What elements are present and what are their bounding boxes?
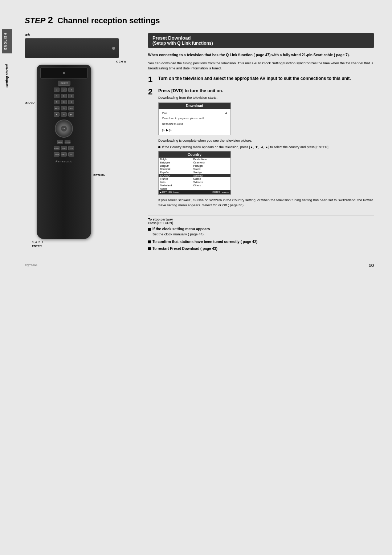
country-cell: Deutschland	[192, 158, 230, 161]
remote-screen-dot	[63, 72, 65, 74]
country-cell	[192, 187, 230, 190]
remote-btn-pause: ⏸	[61, 112, 67, 117]
country-cell: ΕΛΛΑΔΑ	[159, 174, 192, 177]
switzerland-info-text: If you select Schweiz , Suisse or Svizze…	[158, 198, 374, 208]
country-cell: Belgique	[159, 161, 192, 164]
pos-label: Pos	[162, 111, 167, 116]
device-illustration	[25, 38, 119, 58]
country-box-header: Country	[159, 151, 230, 158]
remote-btn-menu: MENU	[57, 140, 63, 144]
remote-btn-row-4: 7 8 9	[54, 100, 74, 104]
step-2-item: 2 Press [DVD] to turn the unit on. Downl…	[148, 88, 374, 211]
country-cell: España	[159, 171, 192, 174]
return-label: RETURN	[93, 174, 105, 177]
bullet-restart-text: To restart Preset Download ( page 43)	[152, 247, 217, 251]
download-icon-row: ▷ ▶ ▷	[162, 127, 227, 133]
step-2-number: 2	[148, 88, 155, 211]
bullet-clock-heading: If the clock setting menu appears	[148, 227, 374, 231]
country-cell: Danmark	[159, 167, 192, 171]
country-cell: Österreich	[192, 161, 230, 164]
remote-btn-cancel: CANCEL	[54, 106, 60, 110]
country-cell: Sverige	[192, 171, 230, 174]
page-wrapper: ENGLISH Getting started STEP 2 Channel r…	[0, 0, 392, 555]
page-number: 10	[369, 263, 374, 268]
step-2-sub: Downloading from the television starts.	[158, 95, 374, 100]
country-cell: Belgium	[159, 164, 192, 167]
country-footer-left: ■ RETURN: leave	[160, 191, 179, 194]
step-title-text: Channel reception settings	[57, 16, 160, 25]
to-stop-text: Press [RETURN].	[148, 221, 374, 225]
remote-nav-center: OK	[61, 126, 67, 131]
bullet-clock-square	[148, 228, 151, 231]
remote-btn-eps: EPS	[68, 146, 74, 150]
remote-btn-8: 8	[61, 100, 67, 104]
remote-btn-2: 2	[61, 88, 67, 92]
top-label: Œ/I	[25, 33, 30, 37]
remote-nav-circle: OK	[55, 119, 73, 138]
downloading-complete-text: Downloading is complete when you see the…	[158, 138, 374, 143]
country-box: Country BelgïeDeutschlandBelgiqueÖsterre…	[158, 151, 231, 195]
download-box-header: Download	[159, 103, 230, 109]
remote-btn-hdd: HDD DVD	[58, 81, 70, 86]
country-cell: France	[159, 177, 192, 181]
bullet-restart-heading: To restart Preset Download ( page 43)	[148, 247, 374, 251]
page-title: STEP 2 Channel reception settings	[25, 15, 374, 26]
step-label: STEP	[25, 16, 45, 25]
bullet-clock-section: If the clock setting menu appears Set th…	[148, 227, 374, 236]
two-col-layout: Œ/I X CH W Œ DVD	[25, 33, 374, 254]
pos-value: 4	[225, 111, 227, 116]
bullet-stations-text: To confirm that stations have been tuned…	[152, 240, 257, 244]
to-stop-section: To stop partway Press [RETURN].	[148, 215, 374, 225]
remote-btn-stop: ■	[54, 112, 60, 117]
remote-btn-play: ▶	[68, 112, 74, 117]
country-cell: Belgïe	[159, 158, 192, 161]
country-cell: Suisse	[192, 177, 230, 181]
remote-btn-6: 6	[68, 94, 74, 98]
remote-btn-timer: TIMER	[54, 152, 60, 157]
intro-bold-text: When connecting to a television that has…	[148, 52, 374, 58]
main-content: STEP 2 Channel reception settings Œ/I	[14, 0, 392, 555]
download-pos-row: Pos 4	[162, 111, 227, 116]
country-cell: Schweiz	[192, 174, 230, 177]
country-cell: Nederland	[159, 184, 192, 187]
remote-btn-3: 3	[68, 88, 74, 92]
step-1-number: 1	[148, 76, 155, 84]
remote-btn-disp: DISP	[61, 146, 67, 150]
preset-subtitle: (Setup with Q Link functions)	[152, 41, 369, 46]
preset-title: Preset Download	[152, 35, 369, 41]
sidebar-language-tab: ENGLISH	[2, 29, 12, 53]
dvd-label: Œ DVD	[25, 101, 34, 104]
remote-btn-0: 0	[61, 106, 67, 110]
remote-btn-5: 5	[61, 94, 67, 98]
remote-btn-4: 4	[54, 94, 60, 98]
intro-normal-text: You can download the tuning positions fr…	[148, 61, 374, 71]
country-cell: Suomi	[192, 167, 230, 171]
country-cell: Norge	[159, 187, 192, 190]
remote-btn-row-2: 1 2 3	[54, 88, 74, 92]
country-table: BelgïeDeutschlandBelgiqueÖsterreichBelgi…	[159, 158, 230, 190]
country-cell: Italia	[159, 181, 192, 184]
preset-download-box: Preset Download (Setup with Q Link funct…	[148, 33, 374, 48]
country-cell: Others	[192, 184, 230, 187]
enter-label: ENTER	[32, 244, 43, 248]
download-box-body: Pos 4 Download in progress, please wait.…	[159, 109, 230, 135]
country-bullet-text: If the Country setting menu appears on t…	[162, 145, 329, 150]
remote-btn-row-5: CANCEL 0 SKIP	[54, 106, 74, 110]
remote-btn-row-3: 4 5 6	[54, 94, 74, 98]
page-footer: RQT7664 10	[25, 261, 374, 268]
remote-menu-row: MENU RETURN	[57, 140, 70, 144]
num-label: 3 ,4 ,2 ,1	[32, 240, 43, 244]
country-box-footer: ■ RETURN: leave ENTER: access	[159, 190, 230, 194]
bullet-stations-heading: To confirm that stations have been tuned…	[148, 240, 374, 244]
bullet-clock-subtext: Set the clock manually ( page 44).	[148, 232, 374, 236]
step-1-item: 1 Turn on the television and select the …	[148, 76, 374, 84]
left-sidebar: ENGLISH Getting started	[0, 0, 14, 555]
remote-btn-skip: SKIP	[68, 106, 74, 110]
country-bullet-item: If the Country setting menu appears on t…	[158, 145, 374, 150]
remote-btn-rec: REC	[68, 152, 74, 157]
step-2-heading: Press [DVD] to turn the unit on.	[158, 88, 374, 94]
country-footer-right: ENTER: access	[212, 191, 229, 194]
remote-playback-row: ■ ⏸ ▶	[54, 112, 74, 117]
remote-btn-row-1: HDD DVD	[58, 81, 70, 86]
download-progress-text: Download in progress, please wait.	[162, 116, 227, 121]
